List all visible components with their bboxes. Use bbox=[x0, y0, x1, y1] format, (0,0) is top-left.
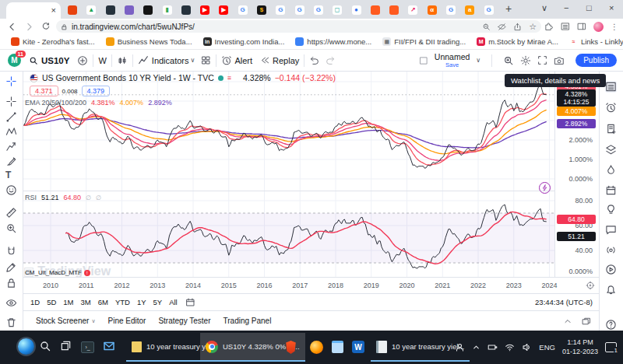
drawing-lock-icon[interactable] bbox=[5, 261, 17, 273]
expand-panel-icon[interactable] bbox=[563, 317, 572, 326]
hide-all-icon[interactable] bbox=[5, 297, 17, 309]
settings-gear-icon[interactable] bbox=[520, 55, 531, 66]
terminal-icon[interactable]: ›_ bbox=[81, 341, 94, 353]
save-link[interactable]: Save bbox=[445, 62, 459, 68]
browser-tab[interactable] bbox=[105, 5, 116, 16]
browser-menu-icon[interactable]: ⋮ bbox=[611, 23, 618, 31]
panel-tab-strategy-tester[interactable]: Strategy Tester bbox=[158, 317, 210, 325]
ema-legend[interactable]: EMA 20/50/100/200 4.381%4.007%2.892% bbox=[25, 99, 172, 107]
trend-line-icon[interactable] bbox=[5, 111, 17, 123]
browser-tab[interactable]: ▲ bbox=[86, 5, 97, 16]
price-axis[interactable]: 2.000%1.000%0.000%80.0060.0040.000.000%4… bbox=[554, 72, 599, 310]
panel-tab-pine-editor[interactable]: Pine Editor bbox=[108, 317, 146, 325]
volume-icon[interactable] bbox=[522, 342, 532, 352]
xabcd-pattern-icon[interactable] bbox=[5, 126, 17, 138]
task-view-icon[interactable] bbox=[60, 340, 72, 352]
main-legend[interactable]: US Government Bonds 10 YR Yield - 1W - T… bbox=[30, 73, 336, 82]
alert-clock-icon[interactable] bbox=[221, 55, 232, 66]
cross-dot-icon[interactable] bbox=[5, 96, 17, 107]
browser-tab[interactable] bbox=[67, 5, 78, 16]
pane-divider[interactable] bbox=[23, 191, 554, 191]
multichart-checkbox[interactable] bbox=[419, 56, 428, 65]
wifi-icon[interactable] bbox=[505, 342, 515, 352]
browser-tab[interactable] bbox=[124, 5, 135, 16]
browser-tab[interactable]: G bbox=[313, 5, 324, 16]
user-menu-avatar[interactable]: M 11 bbox=[8, 54, 21, 67]
browser-tab[interactable]: G bbox=[445, 5, 456, 16]
battery-icon[interactable] bbox=[487, 342, 498, 352]
ruler-icon[interactable] bbox=[5, 207, 17, 219]
bookmark-item[interactable]: Business News Toda... bbox=[106, 37, 192, 46]
replay-icon[interactable] bbox=[260, 55, 270, 65]
notification-center-icon[interactable]: 1 bbox=[605, 342, 617, 352]
bookmark-item[interactable]: Mm.Stock by Mirae A... bbox=[477, 37, 558, 46]
quick-search-icon[interactable] bbox=[503, 55, 514, 66]
zoom-page-icon[interactable] bbox=[482, 23, 491, 31]
url-text[interactable]: in.tradingview.com/chart/5wuNJfPs/ bbox=[72, 23, 195, 31]
tray-chevron-icon[interactable] bbox=[472, 343, 480, 352]
publish-button[interactable]: Publish bbox=[575, 54, 617, 67]
browser-tab[interactable]: a bbox=[464, 5, 475, 16]
side-panel-icon[interactable] bbox=[577, 22, 586, 31]
close-tab-icon[interactable]: × bbox=[51, 6, 56, 15]
browser-tab[interactable]: ↗ bbox=[407, 5, 418, 16]
browser-tab[interactable]: $ bbox=[256, 5, 267, 16]
help-icon[interactable] bbox=[605, 319, 617, 331]
remove-all-icon[interactable] bbox=[5, 317, 17, 328]
extensions-puzzle-icon[interactable] bbox=[544, 22, 554, 31]
word-icon[interactable]: W bbox=[352, 341, 364, 353]
magnet-icon[interactable] bbox=[5, 246, 17, 257]
language-indicator[interactable]: ENG bbox=[539, 343, 555, 352]
alert-button[interactable]: Alert bbox=[234, 56, 252, 65]
tray-clock[interactable]: 1:14 PM01-12-2023 bbox=[562, 338, 598, 356]
lock-all-icon[interactable] bbox=[5, 277, 17, 289]
browser-tab[interactable]: α bbox=[427, 5, 438, 16]
mail-icon[interactable] bbox=[103, 340, 115, 352]
range-button-1m[interactable]: 1M bbox=[63, 298, 73, 306]
bookmark-item[interactable]: Kite - Zerodha's fast... bbox=[11, 37, 95, 46]
compare-add-icon[interactable] bbox=[77, 55, 88, 66]
start-button[interactable] bbox=[16, 337, 36, 356]
range-button-all[interactable]: All bbox=[169, 298, 178, 306]
refresh-icon[interactable] bbox=[41, 22, 51, 31]
chat-icon[interactable] bbox=[605, 224, 617, 236]
range-button-5d[interactable]: 5D bbox=[47, 298, 56, 306]
ideas-note-icon[interactable] bbox=[605, 123, 617, 135]
active-tab[interactable]: × bbox=[6, 2, 61, 19]
fullscreen-icon[interactable] bbox=[537, 55, 547, 65]
bookmark-item[interactable]: https://www.mone... bbox=[295, 37, 371, 46]
symbol-search-icon[interactable] bbox=[29, 56, 38, 65]
notes-app-icon[interactable] bbox=[332, 341, 343, 353]
browser-tab[interactable]: G bbox=[275, 5, 286, 16]
forecast-icon[interactable] bbox=[5, 141, 17, 152]
browser-tab[interactable]: G bbox=[294, 5, 305, 16]
ideas-bulb-icon[interactable] bbox=[605, 204, 617, 215]
tab-search-chevron[interactable]: ∨ bbox=[541, 3, 547, 13]
share-icon[interactable] bbox=[513, 23, 522, 31]
profile-avatar[interactable] bbox=[593, 22, 604, 32]
indicator-error-label[interactable]: CM_Ult_MacD_MTF! bbox=[25, 269, 90, 276]
watchlist-icon[interactable] bbox=[605, 81, 617, 93]
snapshot-camera-icon[interactable] bbox=[554, 55, 565, 66]
bookmark-item[interactable]: ▦FII/FPI & DII trading... bbox=[382, 37, 466, 46]
notifications-bell-icon[interactable] bbox=[605, 284, 617, 296]
layout-grid-icon[interactable] bbox=[201, 55, 211, 65]
scroll-to-realtime-icon[interactable] bbox=[586, 281, 595, 290]
tab-list-icon[interactable] bbox=[561, 22, 570, 31]
range-button-1d[interactable]: 1D bbox=[30, 298, 40, 306]
panel-tab-stock-screener[interactable]: Stock Screener∨ bbox=[36, 317, 96, 325]
replay-button[interactable]: Replay bbox=[273, 56, 299, 65]
videos-play-icon[interactable] bbox=[605, 264, 617, 275]
object-tree-icon[interactable] bbox=[605, 144, 617, 156]
minimize-button[interactable]: − bbox=[564, 3, 568, 12]
range-button-5y[interactable]: 5Y bbox=[153, 298, 163, 306]
layout-name-button[interactable]: Unnamed Save bbox=[435, 53, 470, 68]
indicators-icon[interactable] bbox=[138, 55, 149, 66]
interval-button[interactable]: W bbox=[98, 56, 106, 65]
streams-icon[interactable] bbox=[605, 244, 617, 256]
range-button-3m[interactable]: 3M bbox=[81, 298, 91, 306]
range-button-1y[interactable]: 1Y bbox=[137, 298, 146, 306]
browser-tab[interactable]: ▶ bbox=[199, 5, 210, 16]
redo-icon[interactable] bbox=[326, 55, 336, 65]
maximize-button[interactable]: □ bbox=[586, 3, 592, 12]
